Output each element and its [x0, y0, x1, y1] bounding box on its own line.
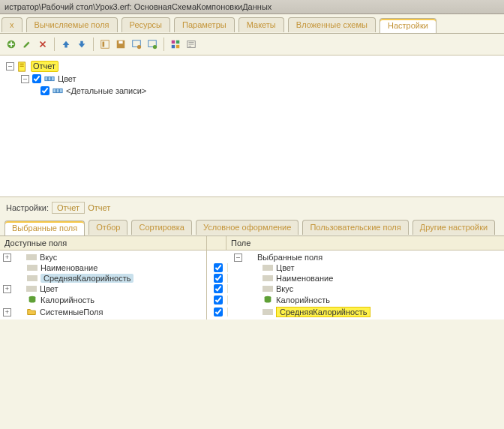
structure-toolbar [0, 34, 504, 55]
svg-rect-21 [48, 76, 51, 80]
list-item[interactable]: Калорийность [0, 294, 206, 306]
folder-icon [26, 307, 37, 317]
svg-rect-13 [172, 45, 175, 48]
svg-rect-2 [9, 44, 14, 45]
tree-root-label: Отчет [31, 61, 58, 72]
available-fields-list[interactable]: + Вкус Наименование СредняяКалорийность [0, 250, 206, 320]
list-item[interactable]: Калорийность [207, 294, 504, 306]
tab-calc-fields[interactable]: Вычисляемые поля [26, 17, 118, 32]
sub-tabstrip: Выбранные поля Отбор Сортировка Условное… [0, 217, 504, 236]
collapse-icon[interactable]: – [6, 62, 14, 70]
list-item[interactable]: Наименование [0, 262, 206, 273]
field-icon [262, 286, 273, 292]
list-item-label: СредняяКалорийность [276, 307, 370, 317]
tree-child2-checkbox[interactable] [40, 86, 50, 95]
delete-icon[interactable] [36, 38, 50, 51]
field-icon [27, 265, 38, 271]
svg-rect-4 [103, 42, 105, 47]
field-icon [27, 275, 38, 281]
list-item[interactable]: СредняяКалорийность [207, 306, 504, 318]
tree-child2-row[interactable]: <Детальные записи> [6, 85, 498, 97]
constructor-icon[interactable] [169, 38, 182, 51]
settings-trail: Отчет [88, 203, 110, 212]
window-titlebar: истратор\Рабочий стол\Урок3.erf: Основна… [0, 0, 504, 14]
list-item-label: СистемныеПоля [40, 308, 103, 316]
list-item-label: Наименование [276, 274, 333, 283]
move-down-icon[interactable] [75, 38, 88, 51]
tab-nested-schemas[interactable]: Вложенные схемы [288, 17, 376, 32]
field-checkbox[interactable] [214, 284, 223, 293]
save-settings-icon[interactable] [114, 38, 128, 51]
svg-rect-17 [20, 63, 24, 64]
list-item-label: СредняяКалорийность [40, 274, 134, 283]
resource-icon [262, 295, 273, 305]
wizard-icon[interactable] [184, 38, 198, 51]
list-item-label: Калорийность [276, 296, 330, 304]
list-item[interactable]: + СистемныеПоля [0, 306, 206, 318]
grouping-icon [52, 86, 63, 96]
subtab-filter[interactable]: Отбор [88, 220, 128, 235]
list-item[interactable]: – Выбранные поля [207, 252, 504, 262]
tab-partial[interactable]: x [2, 17, 22, 32]
settings-current-button[interactable]: Отчет [52, 202, 85, 214]
list-item[interactable]: Наименование [207, 273, 504, 284]
collapse-icon[interactable]: – [234, 254, 242, 262]
settings-tree-panel: – Отчет – Цвет <Детальные записи> [0, 55, 504, 197]
list-item[interactable]: Вкус [207, 284, 504, 294]
tree-root-row[interactable]: – Отчет [6, 60, 498, 73]
tree-child1-checkbox[interactable] [32, 74, 41, 83]
add-icon[interactable] [4, 38, 18, 51]
field-checkbox[interactable] [214, 308, 223, 316]
tree-child1-row[interactable]: – Цвет [6, 73, 498, 85]
list-item[interactable]: СредняяКалорийность [0, 273, 206, 284]
subtab-other[interactable]: Другие настройки [412, 220, 495, 235]
svg-point-8 [137, 45, 141, 49]
field-column-header: Поле [226, 236, 504, 250]
list-item[interactable]: + Вкус [0, 252, 206, 262]
tab-layouts[interactable]: Макеты [238, 17, 284, 32]
list-item-label: Калорийность [40, 296, 94, 304]
move-up-icon[interactable] [59, 38, 73, 51]
selected-root-label: Выбранные поля [257, 253, 322, 262]
tab-resources[interactable]: Ресурсы [122, 17, 170, 32]
tree-child1-label: Цвет [58, 74, 76, 83]
window-title: истратор\Рабочий стол\Урок3.erf: Основна… [4, 2, 272, 11]
expand-icon[interactable]: + [3, 308, 11, 316]
selected-fields-column: Поле – Выбранные поля Цвет [207, 236, 504, 320]
subtab-selected-fields[interactable]: Выбранные поля [4, 220, 85, 236]
fields-grid: Доступные поля + Вкус Наименование [0, 236, 504, 320]
svg-rect-22 [52, 76, 55, 80]
list-item[interactable]: + Цвет [0, 284, 206, 294]
subtab-user-fields[interactable]: Пользовательские поля [302, 220, 408, 235]
field-checkbox[interactable] [214, 296, 223, 304]
svg-rect-24 [56, 88, 59, 92]
edit-icon[interactable] [20, 38, 34, 51]
list-item-label: Вкус [40, 253, 57, 262]
top-tabstrip: x Вычисляемые поля Ресурсы Параметры Мак… [0, 14, 504, 34]
svg-point-10 [153, 45, 157, 49]
svg-rect-3 [101, 40, 110, 49]
custom-settings-icon[interactable] [146, 38, 159, 51]
subtab-sort[interactable]: Сортировка [131, 220, 191, 235]
svg-rect-19 [20, 66, 24, 67]
list-item-label: Вкус [276, 284, 293, 293]
field-checkbox[interactable] [214, 263, 223, 272]
subtab-conditional[interactable]: Условное оформление [196, 220, 298, 235]
field-checkbox[interactable] [214, 274, 223, 283]
available-fields-header: Доступные поля [0, 236, 206, 250]
field-icon [262, 309, 273, 315]
tab-settings[interactable]: Настройки [380, 18, 436, 33]
open-settings-icon[interactable] [98, 38, 112, 51]
svg-rect-11 [172, 40, 175, 44]
tab-parameters[interactable]: Параметры [174, 17, 235, 32]
standard-settings-icon[interactable] [130, 38, 143, 51]
expand-icon[interactable]: + [3, 254, 11, 262]
list-item[interactable]: Цвет [207, 262, 504, 273]
report-icon [17, 62, 28, 72]
svg-rect-18 [20, 64, 24, 65]
expand-icon[interactable]: + [3, 285, 11, 293]
selected-fields-list[interactable]: – Выбранные поля Цвет Наименование [207, 250, 504, 320]
svg-rect-20 [45, 76, 48, 80]
list-item-label: Цвет [40, 284, 58, 293]
collapse-icon[interactable]: – [21, 75, 29, 83]
